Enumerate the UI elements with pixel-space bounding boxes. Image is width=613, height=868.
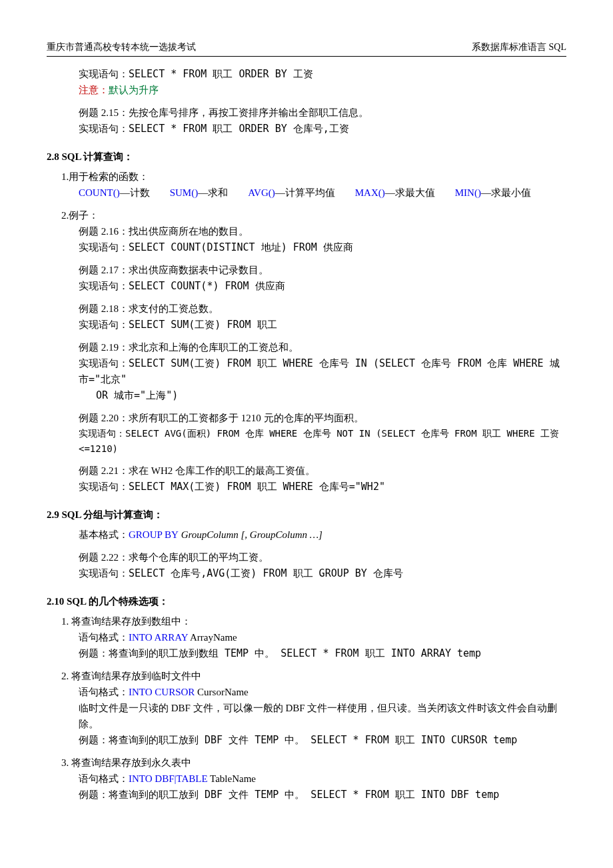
- function-list: COUNT()—计数 SUM()—求和 AVG()—计算平均值 MAX()—求最…: [79, 185, 566, 201]
- opt-1-title: 1. 将查询结果存放到数组中：: [61, 613, 566, 629]
- ex-2-19-sql-2: OR 城市="上海"): [96, 387, 566, 403]
- ex-2-18-q: 例题 2.18：求支付的工资总数。: [79, 301, 566, 317]
- note-line: 注意：默认为升序: [79, 82, 566, 98]
- opt-1-example: 例题：将查询到的职工放到数组 TEMP 中。 SELECT * FROM 职工 …: [79, 645, 566, 661]
- func-avg: AVG()—计算平均值: [248, 185, 335, 201]
- ex-2-22-sql: 实现语句：SELECT 仓库号,AVG(工资) FROM 职工 GROUP BY…: [79, 565, 566, 581]
- func-count: COUNT()—计数: [79, 185, 150, 201]
- ex-2-16-sql: 实现语句：SELECT COUNT(DISTINCT 地址) FROM 供应商: [79, 239, 566, 255]
- ex-2-19-sql-1: 实现语句：SELECT SUM(工资) FROM 职工 WHERE 仓库号 IN…: [79, 355, 566, 387]
- note-text: 默认为升序: [109, 85, 159, 95]
- opt-1-format: 语句格式：INTO ARRAY ArrayName: [79, 629, 566, 645]
- note-prefix: 注意：: [79, 85, 109, 95]
- ex-2-19-q: 例题 2.19：求北京和上海的仓库职工的工资总和。: [79, 339, 566, 355]
- opt-2-title: 2. 将查询结果存放到临时文件中: [61, 668, 566, 684]
- opt-2-desc: 临时文件是一只读的 DBF 文件，可以像一般的 DBF 文件一样使用，但只读。当…: [79, 700, 566, 732]
- func-min: MIN()—求最小值: [455, 185, 531, 201]
- group-by-format: 基本格式：GROUP BY GroupColumn [, GroupColumn…: [79, 527, 566, 543]
- stmt-2-14: 实现语句：SELECT * FROM 职工 ORDER BY 工资: [79, 66, 566, 82]
- ex-2-20-q: 例题 2.20：求所有职工的工资都多于 1210 元的仓库的平均面积。: [79, 410, 566, 426]
- page-header: 重庆市普通高校专转本统一选拔考试 系数据库标准语言 SQL: [47, 40, 566, 57]
- func-sum: SUM()—求和: [170, 185, 229, 201]
- opt-2-example: 例题：将查询到的职工放到 DBF 文件 TEMP 中。 SELECT * FRO…: [79, 732, 566, 748]
- func-max: MAX()—求最大值: [355, 185, 435, 201]
- ex-2-20-sql: 实现语句：SELECT AVG(面积) FROM 仓库 WHERE 仓库号 NO…: [79, 426, 566, 456]
- ex-2-15-q: 例题 2.15：先按仓库号排序，再按工资排序并输出全部职工信息。: [79, 105, 566, 121]
- ex-2-16-q: 例题 2.16：找出供应商所在地的数目。: [79, 223, 566, 239]
- ex-2-21-q: 例题 2.21：求在 WH2 仓库工作的职工的最高工资值。: [79, 463, 566, 479]
- opt-3-example: 例题：将查询到的职工放到 DBF 文件 TEMP 中。 SELECT * FRO…: [79, 787, 566, 803]
- ex-2-18-sql: 实现语句：SELECT SUM(工资) FROM 职工: [79, 317, 566, 333]
- subitem-examples: 2.例子：: [61, 207, 566, 223]
- header-right: 系数据库标准语言 SQL: [472, 40, 566, 55]
- ex-2-17-q: 例题 2.17：求出供应商数据表中记录数目。: [79, 262, 566, 278]
- page: 重庆市普通高校专转本统一选拔考试 系数据库标准语言 SQL 实现语句：SELEC…: [0, 0, 613, 856]
- opt-2-format: 语句格式：INTO CURSOR CursorName: [79, 684, 566, 700]
- opt-3-format: 语句格式：INTO DBF|TABLE TableName: [79, 771, 566, 787]
- ex-2-22-q: 例题 2.22：求每个仓库的职工的平均工资。: [79, 549, 566, 565]
- section-2-10-title: 2.10 SQL 的几个特殊选项：: [47, 593, 566, 609]
- section-2-8-title: 2.8 SQL 计算查询：: [47, 149, 566, 165]
- ex-2-17-sql: 实现语句：SELECT COUNT(*) FROM 供应商: [79, 278, 566, 294]
- ex-2-21-sql: 实现语句：SELECT MAX(工资) FROM 职工 WHERE 仓库号="W…: [79, 479, 566, 495]
- section-2-9-title: 2.9 SQL 分组与计算查询：: [47, 507, 566, 523]
- header-left: 重庆市普通高校专转本统一选拔考试: [47, 40, 196, 55]
- subitem-functions: 1.用于检索的函数：: [61, 169, 566, 185]
- opt-3-title: 3. 将查询结果存放到永久表中: [61, 755, 566, 771]
- ex-2-15-sql: 实现语句：SELECT * FROM 职工 ORDER BY 仓库号,工资: [79, 121, 566, 137]
